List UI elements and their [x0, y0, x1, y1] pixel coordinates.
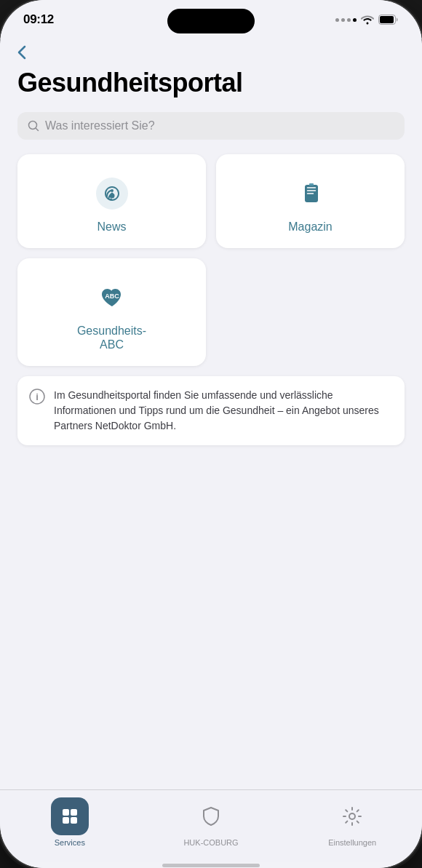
- search-bar[interactable]: Was interessiert Sie?: [17, 112, 405, 140]
- settings-icon-wrap: [333, 797, 371, 835]
- cards-grid: News Magazin: [17, 154, 405, 367]
- svg-rect-13: [63, 817, 69, 824]
- status-icons: [335, 15, 399, 25]
- status-time: 09:12: [23, 12, 54, 27]
- svg-rect-1: [380, 16, 394, 23]
- phone-frame: 09:12: [0, 0, 422, 868]
- svg-rect-11: [63, 809, 69, 816]
- signal-icon: [335, 18, 357, 22]
- shield-icon: [199, 805, 223, 828]
- home-indicator: [0, 862, 422, 868]
- svg-rect-12: [71, 809, 77, 816]
- svg-text:ABC: ABC: [105, 292, 119, 300]
- page-title: Gesundheitsportal: [17, 68, 405, 97]
- services-icon-wrap: [51, 797, 89, 835]
- services-label: Services: [55, 838, 85, 847]
- tab-huk-coburg[interactable]: HUK-COBURG: [183, 797, 238, 847]
- info-box: i Im Gesundheitsportal finden Sie umfass…: [17, 376, 405, 445]
- home-bar: [162, 864, 260, 867]
- huk-label: HUK-COBURG: [183, 838, 238, 847]
- battery-icon: [378, 15, 399, 25]
- tab-services[interactable]: Services: [44, 797, 95, 847]
- svg-text:i: i: [36, 391, 39, 402]
- search-placeholder: Was interessiert Sie?: [45, 119, 155, 132]
- tab-bar: Services HUK-COBURG E: [0, 789, 422, 862]
- svg-rect-14: [71, 817, 77, 824]
- info-icon: i: [29, 389, 45, 405]
- dynamic-island: [167, 9, 255, 33]
- gesundheits-abc-card[interactable]: ABC Gesundheits-ABC: [17, 258, 206, 366]
- svg-point-15: [349, 813, 355, 819]
- news-label: News: [97, 220, 126, 234]
- wifi-icon: [361, 15, 374, 25]
- services-grid-icon: [60, 806, 80, 827]
- magazin-card[interactable]: Magazin: [216, 154, 405, 248]
- magazin-icon: [292, 175, 330, 212]
- news-icon: [93, 175, 131, 212]
- screen: 09:12: [0, 0, 422, 868]
- gear-icon: [341, 805, 363, 827]
- back-button[interactable]: [17, 39, 405, 65]
- svg-point-6: [110, 198, 112, 200]
- svg-point-2: [29, 121, 37, 129]
- magazin-label: Magazin: [288, 220, 332, 234]
- huk-icon-wrap: [192, 797, 230, 835]
- einstellungen-label: Einstellungen: [328, 838, 376, 847]
- abc-label: Gesundheits-ABC: [77, 324, 146, 351]
- tab-einstellungen[interactable]: Einstellungen: [327, 797, 378, 847]
- search-icon: [28, 120, 39, 132]
- info-text: Im Gesundheitsportal finden Sie umfassen…: [54, 388, 393, 434]
- main-content: Gesundheitsportal Was interessiert Sie?: [0, 39, 422, 789]
- abc-icon: ABC: [93, 279, 131, 316]
- news-card[interactable]: News: [17, 154, 206, 248]
